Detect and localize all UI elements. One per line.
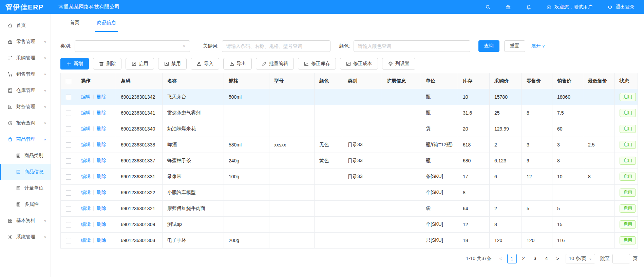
page-button-3[interactable]: 3 (530, 254, 540, 263)
sidebar-item-purchase[interactable]: 采购管理∨ (0, 50, 51, 66)
cell-category (343, 217, 382, 233)
cell-ext (382, 217, 421, 233)
row-checkbox[interactable] (66, 158, 71, 164)
row-checkbox[interactable] (66, 95, 71, 100)
archive-icon (7, 88, 13, 93)
cell-barcode: 6901236301321 (116, 201, 163, 217)
page-size-select[interactable]: 10 条/页 ∨ (566, 254, 595, 263)
delete-link[interactable]: 删除 (97, 174, 106, 179)
row-checkbox[interactable] (66, 174, 71, 180)
cell-name: 小鹏汽车模型 (163, 185, 224, 201)
delete-link[interactable]: 删除 (97, 190, 106, 195)
row-checkbox[interactable] (66, 222, 71, 227)
cell-category (343, 233, 382, 249)
search-icon[interactable] (485, 4, 491, 10)
money-icon (7, 104, 13, 110)
delete-link[interactable]: 删除 (97, 126, 106, 131)
cell-ext (382, 137, 421, 153)
delete-link[interactable]: 删除 (97, 94, 106, 99)
logout-button[interactable]: 退出登录 (607, 4, 634, 10)
doc-icon (16, 153, 21, 158)
sidebar-item-system[interactable]: 系统管理∨ (0, 229, 51, 245)
row-checkbox[interactable] (66, 126, 71, 132)
sidebar-item-multi-attr[interactable]: 多属性 (0, 196, 51, 213)
delete-link[interactable]: 删除 (97, 110, 106, 115)
tab-home[interactable]: 首页 (68, 14, 81, 32)
cell-name: 蜂蜜柚子茶 (163, 153, 224, 169)
cell-color: 无色 (315, 137, 343, 153)
delete-link[interactable]: 删除 (97, 221, 106, 227)
sidebar-item-retail[interactable]: 零售管理∨ (0, 34, 51, 50)
sidebar-item-home[interactable]: 首页 (0, 17, 51, 34)
row-checkbox[interactable] (66, 111, 71, 116)
toolbar-button-export[interactable]: 导出 (223, 58, 252, 70)
bell-icon[interactable] (526, 4, 531, 10)
sidebar-item-product-info[interactable]: 商品信息 (0, 164, 51, 180)
color-input[interactable] (354, 40, 470, 52)
page-button-2[interactable]: 2 (519, 254, 528, 263)
sidebar-item-finance[interactable]: 财务管理∨ (0, 99, 51, 115)
toolbar-button-import[interactable]: 导入 (191, 58, 219, 70)
toolbar-button-enable[interactable]: 启用 (126, 58, 154, 70)
edit-link[interactable]: 编辑 (81, 126, 91, 131)
sidebar-item-label: 商品管理 (16, 136, 44, 142)
sidebar-item-sales[interactable]: 销售管理∨ (0, 66, 51, 82)
row-checkbox[interactable] (66, 190, 71, 196)
prev-page-button[interactable]: < (497, 256, 504, 261)
edit-link[interactable]: 编辑 (81, 142, 91, 147)
toolbar-button-column-settings[interactable]: 列设置 (382, 58, 415, 70)
edit-link[interactable]: 编辑 (81, 190, 91, 195)
pagination: 1-10 共37条 < 1234 > 10 条/页 ∨ 跳至 页 (60, 254, 638, 263)
edit-link[interactable]: 编辑 (81, 158, 91, 163)
toolbar-button-delete[interactable]: 删除 (93, 58, 121, 70)
cell-name: 啤酒 (163, 137, 224, 153)
delete-link[interactable]: 删除 (97, 205, 106, 211)
delete-link[interactable]: 删除 (97, 237, 106, 243)
sidebar-item-products[interactable]: 商品管理∧ (0, 131, 51, 147)
tab-product-info[interactable]: 商品信息 (95, 14, 118, 32)
sidebar-item-reports[interactable]: 报表查询∨ (0, 115, 51, 131)
category-select[interactable]: ∨ (75, 40, 190, 52)
toolbar-button-fix-cost[interactable]: 修正成本 (340, 58, 378, 70)
next-page-button[interactable]: > (554, 256, 561, 261)
cell-color (315, 121, 343, 137)
edit-link[interactable]: 编辑 (81, 110, 91, 115)
toolbar-button-add[interactable]: 新增 (60, 58, 89, 70)
column-header: 扩展信息 (382, 73, 421, 89)
reset-button[interactable]: 重置 (504, 40, 525, 52)
row-checkbox[interactable] (66, 206, 71, 212)
page-button-4[interactable]: 4 (542, 254, 551, 263)
keyword-input[interactable] (222, 40, 330, 52)
user-welcome[interactable]: 欢迎您，测试用户 (546, 4, 592, 10)
sidebar-item-warehouse[interactable]: 仓库管理∨ (0, 82, 51, 99)
toolbar-button-disable[interactable]: 禁用 (158, 58, 187, 70)
expand-link[interactable]: 展开 ∨ (531, 43, 545, 49)
cell-model (269, 233, 315, 249)
sidebar-item-label: 采购管理 (16, 55, 44, 61)
edit-link[interactable]: 编辑 (81, 174, 91, 179)
chevron-down-icon: ∨ (44, 40, 46, 43)
sidebar-item-label: 财务管理 (16, 104, 44, 110)
toolbar-button-batch-edit[interactable]: 批量编辑 (256, 58, 294, 70)
delete-link[interactable]: 删除 (97, 142, 106, 147)
jump-page-input[interactable] (612, 254, 630, 263)
toolbar-button-fix-stock[interactable]: 修正库存 (298, 58, 336, 70)
table-row: 编辑|删除6901236301303电子手环200g只[SKU]18120120… (61, 233, 638, 249)
company-name: 南通某某网络科技有限公司 (58, 4, 119, 10)
bank-icon[interactable] (506, 4, 511, 10)
row-checkbox[interactable] (66, 238, 71, 243)
sidebar-item-measure-units[interactable]: 计量单位 (0, 180, 51, 196)
page-button-1[interactable]: 1 (507, 254, 517, 263)
sidebar-item-basic-data[interactable]: 基本资料∨ (0, 213, 51, 229)
edit-link[interactable]: 编辑 (81, 205, 91, 211)
edit-link[interactable]: 编辑 (81, 221, 91, 227)
edit-link[interactable]: 编辑 (81, 94, 91, 99)
row-checkbox-cell (61, 105, 76, 121)
edit-link[interactable]: 编辑 (81, 237, 91, 243)
toolbar-button-label: 导出 (236, 61, 246, 67)
search-button[interactable]: 查询 (478, 40, 499, 52)
sidebar-item-product-category[interactable]: 商品类别 (0, 147, 51, 164)
delete-link[interactable]: 删除 (97, 158, 106, 163)
row-checkbox[interactable] (66, 142, 71, 148)
select-all-checkbox[interactable] (66, 79, 71, 84)
